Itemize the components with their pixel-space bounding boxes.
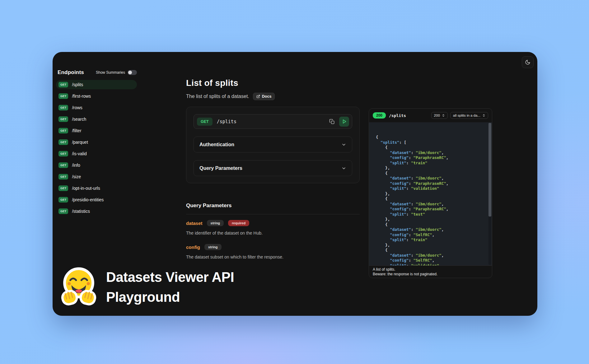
authentication-accordion-label: Authentication xyxy=(199,142,234,147)
method-badge: GET xyxy=(58,151,68,156)
request-method-badge: GET xyxy=(197,118,213,126)
query-parameters-accordion-label: Query Parameters xyxy=(199,166,242,171)
response-footer: A list of splits. Beware: the response i… xyxy=(369,265,492,278)
sidebar-item-statistics[interactable]: GET/statistics xyxy=(56,207,137,216)
query-parameters-accordion[interactable]: Query Parameters xyxy=(194,160,352,176)
endpoint-path-label: /filter xyxy=(72,128,81,133)
code-line: { xyxy=(376,222,486,227)
code-line: "split": "validation" xyxy=(376,263,486,266)
method-badge: GET xyxy=(58,139,68,145)
parameter-dataset: datasetstringrequiredThe identifier of t… xyxy=(186,220,360,236)
app-title-line2: Playground xyxy=(106,287,234,307)
response-json-viewer[interactable]: { "splits": [ { "dataset": "ibm/duorc", … xyxy=(369,122,492,265)
code-line: "dataset": "ibm/duorc", xyxy=(376,227,486,232)
code-line: "config": "SelfRC", xyxy=(376,232,486,238)
parameter-name: config xyxy=(186,245,200,250)
run-request-button[interactable] xyxy=(339,117,349,127)
query-parameters-section: Query Parameters datasetstringrequiredTh… xyxy=(186,203,360,259)
sidebar-item-opt-in-out-urls[interactable]: GET/opt-in-out-urls xyxy=(56,184,137,193)
parameter-type-badge: string xyxy=(204,244,222,250)
code-line: { xyxy=(376,248,486,253)
dark-mode-toggle-button[interactable] xyxy=(522,56,534,68)
status-code-select-value: 200 xyxy=(434,114,440,117)
parameter-head: configstring xyxy=(186,244,360,250)
sidebar-header: Endpoints Show Summaries xyxy=(56,69,137,76)
response-panel: 200 /splits 200 all splits in a da... xyxy=(369,108,492,278)
code-line: { xyxy=(376,171,486,176)
app-title: Datasets Viewer API Playground xyxy=(106,267,234,307)
method-badge: GET xyxy=(58,197,68,203)
code-line: "config": "ParaphraseRC", xyxy=(376,207,486,212)
request-url-row: GET /splits xyxy=(194,114,352,129)
sidebar-item-first-rows[interactable]: GET/first-rows xyxy=(56,91,137,101)
method-badge: GET xyxy=(58,174,68,180)
page-title: List of splits xyxy=(186,78,360,88)
code-line: "split": "test" xyxy=(376,212,486,217)
code-line: "split": "train" xyxy=(376,237,486,243)
code-line: { xyxy=(376,135,486,140)
response-footer-line1: A list of splits. xyxy=(373,267,488,272)
method-badge: GET xyxy=(58,116,68,122)
method-badge: GET xyxy=(58,185,68,191)
sidebar-item-is-valid[interactable]: GET/is-valid xyxy=(56,149,137,158)
toggle-knob xyxy=(128,71,132,74)
example-select-value: all splits in a da... xyxy=(453,114,480,117)
example-select[interactable]: all splits in a da... xyxy=(450,112,488,119)
request-path: /splits xyxy=(217,119,236,124)
show-summaries-control: Show Summaries xyxy=(96,70,137,75)
method-badge: GET xyxy=(58,208,68,214)
sidebar-item-size[interactable]: GET/size xyxy=(56,172,137,181)
sidebar-item-splits[interactable]: GET/splits xyxy=(56,80,137,89)
code-line: "split": "train" xyxy=(376,161,486,166)
sidebar: Endpoints Show Summaries GET/splitsGET/f… xyxy=(56,69,137,218)
status-code-select[interactable]: 200 xyxy=(431,112,448,119)
response-header: 200 /splits 200 all splits in a da... xyxy=(369,109,492,122)
sidebar-item-info[interactable]: GET/info xyxy=(56,161,137,170)
sidebar-item-search[interactable]: GET/search xyxy=(56,114,137,124)
code-line: }, xyxy=(376,217,486,222)
code-line: "config": "ParaphraseRC", xyxy=(376,181,486,186)
parameter-head: datasetstringrequired xyxy=(186,220,360,226)
code-line: }, xyxy=(376,166,486,171)
sidebar-item-parquet[interactable]: GET/parquet xyxy=(56,138,137,147)
endpoint-description-row: The list of splits of a dataset. Docs xyxy=(186,93,360,100)
code-line: "dataset": "ibm/duorc", xyxy=(376,176,486,181)
copy-icon xyxy=(329,119,335,124)
endpoint-path-label: /info xyxy=(72,163,80,168)
parameter-required-badge: required xyxy=(228,220,249,226)
endpoint-description: The list of splits of a dataset. xyxy=(186,94,249,99)
endpoint-path-label: /is-valid xyxy=(72,151,86,156)
endpoint-path-label: /presidio-entities xyxy=(72,197,104,202)
docs-button[interactable]: Docs xyxy=(253,93,275,100)
sidebar-item-presidio-entities[interactable]: GET/presidio-entities xyxy=(56,195,137,204)
endpoint-path-label: /splits xyxy=(72,82,83,87)
sidebar-item-rows[interactable]: GET/rows xyxy=(56,103,137,112)
endpoint-list: GET/splitsGET/first-rowsGET/rowsGET/sear… xyxy=(56,80,137,216)
scrollbar-thumb[interactable] xyxy=(488,123,491,217)
app-title-line1: Datasets Viewer API xyxy=(106,267,234,287)
endpoint-path-label: /search xyxy=(72,117,86,122)
response-footer-line2: Beware: the response is not paginated. xyxy=(373,272,488,277)
method-badge: GET xyxy=(58,93,68,99)
show-summaries-toggle[interactable] xyxy=(128,70,137,75)
play-icon xyxy=(342,119,347,124)
code-line: "dataset": "ibm/duorc", xyxy=(376,202,486,207)
sidebar-item-filter[interactable]: GET/filter xyxy=(56,126,137,135)
code-line: }, xyxy=(376,243,486,248)
parameter-config: configstringThe dataset subset on which … xyxy=(186,244,360,259)
code-line: "split": "validation" xyxy=(376,186,486,191)
page-background: Endpoints Show Summaries GET/splitsGET/f… xyxy=(0,0,589,364)
endpoint-path-label: /opt-in-out-urls xyxy=(72,186,100,191)
method-badge: GET xyxy=(58,105,68,110)
copy-button[interactable] xyxy=(328,118,336,126)
sidebar-title: Endpoints xyxy=(58,69,84,76)
moon-icon xyxy=(525,59,531,65)
parameter-description: The identifier of the dataset on the Hub… xyxy=(186,231,360,236)
request-panel: GET /splits xyxy=(186,107,360,183)
show-summaries-label: Show Summaries xyxy=(96,70,125,75)
authentication-accordion[interactable]: Authentication xyxy=(194,137,352,152)
response-json-code: { "splits": [ { "dataset": "ibm/duorc", … xyxy=(376,135,486,265)
code-line: "dataset": "ibm/duorc", xyxy=(376,150,486,156)
code-line: { xyxy=(376,196,486,202)
code-line: "config": "ParaphraseRC", xyxy=(376,155,486,161)
